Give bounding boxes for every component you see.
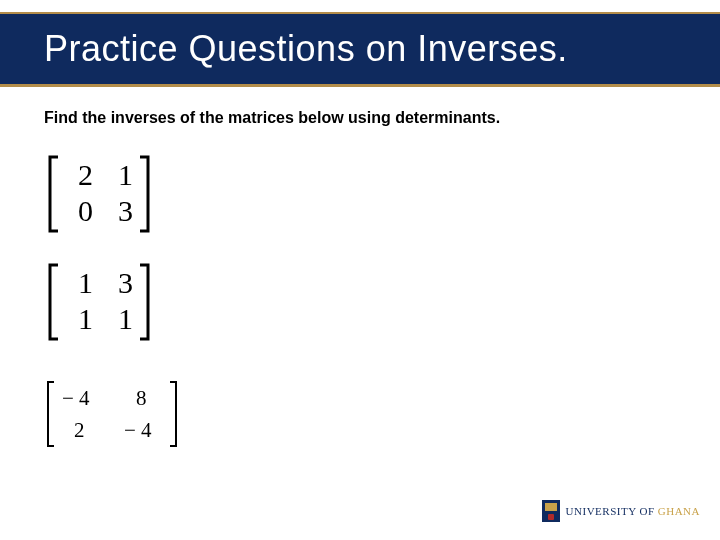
m1-r0c1: 1: [118, 158, 133, 191]
slide-title: Practice Questions on Inverses.: [44, 28, 568, 70]
m3-r0c1: 8: [136, 386, 147, 410]
m2-r0c0: 1: [78, 266, 93, 299]
org-prefix: UNIVERSITY OF: [566, 505, 658, 517]
crest-icon: [542, 500, 560, 522]
footer-logo: UNIVERSITY OF GHANA: [542, 500, 700, 522]
content-area: Find the inverses of the matrices below …: [0, 87, 720, 467]
m3-r1c1: − 4: [124, 418, 152, 442]
instruction-text: Find the inverses of the matrices below …: [44, 109, 676, 127]
m1-r1c1: 3: [118, 194, 133, 227]
m1-r0c0: 2: [78, 158, 93, 191]
org-name: UNIVERSITY OF GHANA: [566, 505, 700, 517]
m3-r0c0: − 4: [62, 386, 90, 410]
org-suffix: GHANA: [658, 505, 700, 517]
m3-r1c0: 2: [74, 418, 85, 442]
title-band: Practice Questions on Inverses.: [0, 12, 720, 84]
matrix-1: 2 1 0 3: [44, 153, 164, 235]
m2-r1c0: 1: [78, 302, 93, 335]
m2-r0c1: 3: [118, 266, 133, 299]
slide: Practice Questions on Inverses. Find the…: [0, 0, 720, 540]
matrix-2: 1 3 1 1: [44, 261, 164, 343]
m1-r1c0: 0: [78, 194, 93, 227]
matrix-3: − 4 8 2 − 4: [44, 379, 194, 449]
top-gap: [0, 0, 720, 12]
m2-r1c1: 1: [118, 302, 133, 335]
